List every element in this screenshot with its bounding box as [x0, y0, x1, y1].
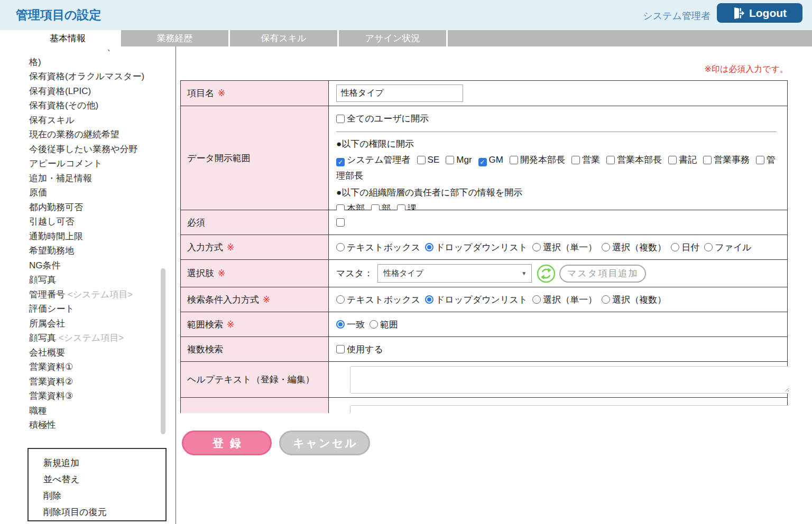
sidebar-item[interactable]: 引越し可否: [16, 214, 158, 229]
checkbox[interactable]: [606, 156, 615, 164]
sidebar-item[interactable]: 職種: [16, 404, 158, 418]
radio[interactable]: [602, 295, 610, 304]
form-table: 項目名※データ開示範囲全てのユーザに開示●以下の権限に開示✓システム管理者SEM…: [180, 80, 788, 413]
form-label: 範囲検索: [187, 319, 223, 331]
checkbox[interactable]: [446, 156, 454, 164]
sidebar-item[interactable]: 追加・補足情報: [16, 171, 158, 186]
sidebar-item[interactable]: 営業資料①: [16, 360, 158, 375]
checkbox[interactable]: [571, 156, 580, 164]
checkbox-label: 書記: [679, 155, 697, 165]
menu-item[interactable]: 新規追加: [43, 455, 165, 471]
sidebar-item[interactable]: 顔写真 <システム項目>: [16, 331, 158, 345]
menu-item[interactable]: 並べ替え: [43, 471, 165, 488]
sidebar-item[interactable]: 都内勤務可否: [16, 200, 158, 215]
radio[interactable]: [336, 243, 345, 251]
sidebar-item[interactable]: 会社概要: [16, 345, 158, 360]
radio[interactable]: [671, 243, 679, 251]
checkbox[interactable]: [336, 345, 345, 353]
tab-item-2[interactable]: 保有スキル: [230, 30, 337, 46]
submit-button[interactable]: 登録: [182, 431, 272, 455]
sidebar-scrollbar[interactable]: [161, 268, 165, 434]
roles-heading: ●以下の権限に開示: [336, 137, 777, 151]
sidebar-item[interactable]: NG条件: [16, 258, 158, 273]
radio-option: 選択（複数）: [602, 241, 666, 254]
form-content-cell: 全てのユーザに開示●以下の権限に開示✓システム管理者SEMgr✓GM開発本部長営…: [329, 106, 787, 210]
form-content-cell: [329, 362, 787, 397]
menu-item[interactable]: 削除項目の復元: [43, 504, 165, 520]
radio[interactable]: [704, 243, 713, 251]
radio-selected[interactable]: [336, 320, 345, 329]
form-row: 範囲検索※一致範囲: [181, 312, 787, 337]
sidebar-item[interactable]: 保有資格(LPIC): [16, 84, 158, 99]
sidebar-item-label: 原価: [29, 188, 47, 198]
resize-handle-icon[interactable]: [785, 386, 789, 391]
partial-textarea[interactable]: [350, 405, 789, 413]
checkbox[interactable]: [336, 115, 345, 123]
sidebar-item[interactable]: 保有資格(オラクルマスター): [16, 69, 158, 84]
sidebar-item[interactable]: アピールコメント: [16, 156, 158, 171]
radio-dot: [427, 297, 431, 302]
sidebar-item-label: 保有資格(その他): [29, 100, 98, 110]
sidebar-item[interactable]: 、: [16, 49, 158, 55]
checkbox[interactable]: [510, 156, 518, 164]
sidebar-item[interactable]: 保有スキル: [16, 113, 158, 128]
tab-item-3[interactable]: アサイン状況: [339, 30, 446, 46]
radio-option: 選択（単一）: [532, 241, 597, 254]
radio-label: ドロップダウンリスト: [436, 294, 528, 306]
sidebar-item[interactable]: 今後従事したい業務や分野: [16, 142, 158, 157]
required-note: ※印は必須入力です。: [704, 64, 788, 75]
item-name-input[interactable]: [336, 85, 463, 102]
radio[interactable]: [532, 295, 541, 304]
checkbox[interactable]: [703, 156, 712, 164]
cancel-button[interactable]: キャンセル: [279, 431, 370, 455]
checkbox[interactable]: [668, 156, 677, 164]
sidebar-item[interactable]: 保有資格(その他): [16, 98, 158, 113]
sidebar-item[interactable]: 原価: [16, 185, 158, 200]
sidebar-item[interactable]: 営業資料③: [16, 389, 158, 404]
sidebar-item[interactable]: 顔写真: [16, 273, 158, 287]
checkbox-checked[interactable]: ✓: [478, 158, 487, 166]
logout-button[interactable]: Logout: [717, 3, 802, 23]
sidebar-item-list: 、格)保有資格(オラクルマスター)保有資格(LPIC)保有資格(その他)保有スキ…: [16, 49, 158, 444]
form-label: データ開示範囲: [187, 152, 251, 164]
checkbox-checked[interactable]: ✓: [336, 158, 345, 166]
sidebar-item-label: 都内勤務可否: [29, 202, 83, 212]
master-select[interactable]: 性格タイプ▼: [377, 264, 532, 283]
sidebar-item[interactable]: 管理番号 <システム項目>: [16, 287, 158, 302]
sidebar-item[interactable]: 積極性: [16, 418, 158, 433]
role-option: 営業事務: [703, 155, 751, 165]
radio[interactable]: [602, 243, 610, 251]
radio-label: 日付: [681, 241, 699, 254]
radio[interactable]: [370, 320, 378, 329]
form-content-cell: 一致範囲: [329, 312, 787, 336]
master-add-button[interactable]: マスタ項目追加: [559, 265, 646, 283]
form-label: 複数検索: [187, 343, 223, 355]
refresh-icon[interactable]: [537, 264, 556, 283]
role-checkbox-group: ✓システム管理者SEMgr✓GM開発本部長営業営業本部長書記営業事務管理部長: [336, 152, 777, 184]
sidebar-item[interactable]: 通勤時間上限: [16, 229, 158, 244]
divider: [336, 132, 777, 132]
select-value: 性格タイプ: [383, 268, 423, 278]
tab-item-1[interactable]: 業務経歴: [121, 30, 228, 46]
help-textarea[interactable]: [350, 366, 789, 394]
sidebar-item[interactable]: 現在の業務の継続希望: [16, 127, 158, 142]
menu-item[interactable]: 削除: [43, 488, 165, 504]
checkbox[interactable]: [336, 218, 345, 227]
checkbox-label: 全てのユーザに開示: [347, 114, 429, 124]
tab-strip: 基本情報業務経歴保有スキルアサイン状況: [0, 30, 812, 46]
sidebar-item[interactable]: 希望勤務地: [16, 244, 158, 258]
tab-item-0[interactable]: 基本情報: [16, 30, 119, 46]
sidebar-item[interactable]: 評価シート: [16, 302, 158, 316]
radio-label: ドロップダウンリスト: [436, 241, 528, 254]
sidebar-item-label: 、: [107, 49, 116, 52]
checkbox[interactable]: [417, 156, 426, 164]
radio[interactable]: [336, 295, 345, 304]
sidebar-item[interactable]: 営業資料②: [16, 375, 158, 389]
radio-selected[interactable]: [425, 295, 433, 304]
sidebar-item[interactable]: 所属会社: [16, 316, 158, 331]
checkbox[interactable]: [756, 156, 764, 164]
sidebar-item[interactable]: 格): [16, 55, 158, 70]
radio-selected[interactable]: [425, 243, 433, 251]
form-row: データ開示範囲全てのユーザに開示●以下の権限に開示✓システム管理者SEMgr✓G…: [181, 106, 787, 210]
radio[interactable]: [532, 243, 541, 251]
